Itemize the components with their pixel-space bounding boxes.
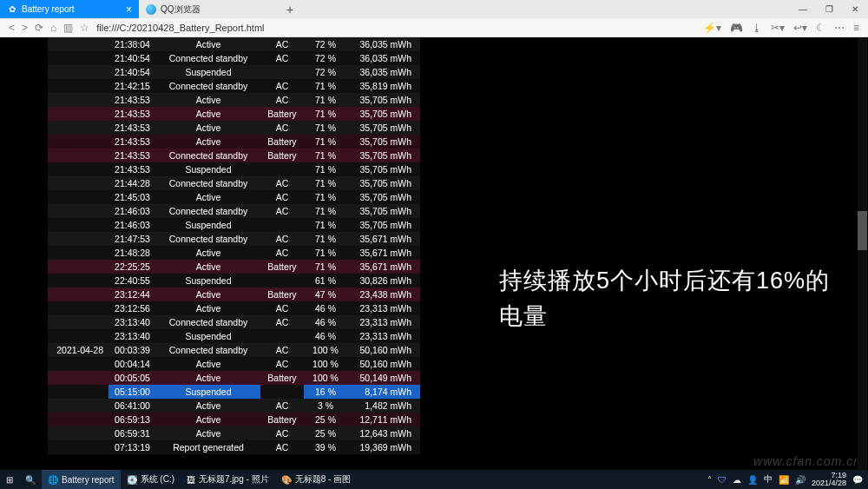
page-content: 21:38:04ActiveAC72 %36,035 mWh21:40:54Co…	[0, 37, 868, 470]
cell-state: Active	[156, 107, 260, 121]
cell-time: 23:12:44	[108, 287, 156, 301]
browser-tabstrip: ✿ Battery report × QQ浏览器 + — ❐ ✕	[0, 0, 868, 18]
wifi-icon[interactable]: 📶	[779, 475, 789, 485]
taskbar-app[interactable]: 💽系统 (C:)	[121, 470, 181, 489]
ime-icon[interactable]: 中	[764, 473, 773, 486]
maximize-button[interactable]: ❐	[816, 0, 842, 18]
table-row: 21:40:54Suspended72 %36,035 mWh	[48, 65, 420, 79]
notifications-icon[interactable]: 💬	[852, 475, 863, 485]
cloud-icon[interactable]: ☁	[733, 475, 741, 485]
table-row: 23:13:40Suspended46 %23,313 mWh	[48, 329, 420, 343]
close-window-button[interactable]: ✕	[842, 0, 868, 18]
minimize-button[interactable]: —	[790, 0, 816, 18]
cell-percent: 61 %	[304, 274, 347, 287]
table-row: 21:44:28Connected standbyAC71 %35,705 mW…	[48, 176, 420, 190]
more-icon[interactable]: ⋯	[834, 22, 845, 34]
cell-state: Active	[156, 260, 260, 274]
cell-time: 21:45:03	[108, 190, 156, 204]
cell-state: Active	[156, 121, 260, 135]
taskbar-app[interactable]: 🌐Battery report	[42, 470, 121, 489]
volume-icon[interactable]: 🔊	[795, 475, 806, 485]
tab-qq-browser[interactable]: QQ浏览器	[139, 0, 278, 18]
taskbar-clock[interactable]: 7:19 2021/4/28	[812, 472, 846, 487]
table-row: 23:12:56ActiveAC46 %23,313 mWh	[48, 301, 420, 315]
cell-source: Battery	[260, 287, 304, 301]
undo-icon[interactable]: ↩▾	[793, 22, 807, 34]
table-row: 21:46:03Suspended71 %35,705 mWh	[48, 218, 420, 232]
url-input[interactable]	[96, 23, 696, 33]
cell-time: 21:43:53	[108, 149, 156, 162]
cell-percent: 72 %	[304, 65, 347, 79]
taskbar-app[interactable]: 🖼无标题7.jpg - 照片	[181, 470, 275, 489]
home-button[interactable]: ⌂	[50, 22, 56, 34]
cell-source: Battery	[260, 260, 304, 274]
cell-source: AC	[260, 51, 304, 65]
table-row: 06:59:31ActiveAC25 %12,643 mWh	[48, 426, 420, 440]
cell-state: Active	[156, 371, 260, 385]
cell-energy: 8,174 mWh	[347, 385, 420, 399]
cell-state: Suspended	[156, 274, 260, 287]
shield-icon[interactable]: 🛡	[718, 475, 727, 485]
cell-energy: 23,313 mWh	[347, 315, 420, 329]
system-tray[interactable]: ˄ 🛡 ☁ 👤 中 📶 🔊 7:19 2021/4/28 💬	[707, 472, 868, 487]
table-row: 22:25:25ActiveBattery71 %35,671 mWh	[48, 260, 420, 274]
reader-icon[interactable]: ▥	[63, 22, 73, 34]
cell-percent: 71 %	[304, 232, 347, 246]
table-row: 21:43:53Connected standbyBattery71 %35,7…	[48, 149, 420, 162]
search-button[interactable]: 🔍	[19, 470, 42, 489]
tab-battery-report[interactable]: ✿ Battery report ×	[0, 0, 139, 18]
cell-source	[260, 385, 304, 399]
cell-percent: 71 %	[304, 190, 347, 204]
cell-percent: 71 %	[304, 260, 347, 274]
cell-date	[48, 232, 108, 246]
reload-button[interactable]: ⟳	[35, 22, 43, 34]
cell-percent: 71 %	[304, 135, 347, 149]
cell-time: 23:13:40	[108, 329, 156, 343]
cell-state: Connected standby	[156, 176, 260, 190]
cell-percent: 71 %	[304, 246, 347, 260]
scrollbar-thumb[interactable]	[858, 211, 867, 250]
table-row: 00:05:05ActiveBattery100 %50,149 mWh	[48, 371, 420, 385]
cell-source: AC	[260, 301, 304, 315]
cell-date	[48, 65, 108, 79]
taskbar-app[interactable]: 🎨无标题8 - 画图	[275, 470, 357, 489]
cell-state: Connected standby	[156, 232, 260, 246]
new-tab-button[interactable]: +	[278, 0, 302, 18]
close-icon[interactable]: ×	[126, 3, 132, 16]
flash-icon[interactable]: ⚡▾	[703, 22, 721, 34]
cell-date	[48, 190, 108, 204]
gamepad-icon[interactable]: 🎮	[730, 22, 743, 34]
vertical-scrollbar[interactable]	[858, 37, 867, 470]
cell-time: 06:41:00	[108, 399, 156, 413]
cell-percent: 46 %	[304, 301, 347, 315]
cell-percent: 39 %	[304, 440, 347, 454]
moon-icon[interactable]: ☾	[816, 22, 825, 34]
cell-percent: 100 %	[304, 343, 347, 357]
cell-date	[48, 426, 108, 440]
cell-energy: 35,705 mWh	[347, 162, 420, 176]
people-icon[interactable]: 👤	[747, 475, 758, 485]
cell-date: 2021-04-28	[48, 343, 108, 357]
cell-date	[48, 287, 108, 301]
scissors-icon[interactable]: ✂▾	[771, 22, 785, 34]
cell-source: AC	[260, 176, 304, 190]
cell-source	[260, 329, 304, 343]
cell-percent: 25 %	[304, 413, 347, 426]
cell-energy: 12,711 mWh	[347, 413, 420, 426]
back-button[interactable]: <	[9, 22, 15, 34]
menu-icon[interactable]: ≡	[853, 22, 859, 34]
cell-date	[48, 218, 108, 232]
cell-date	[48, 51, 108, 65]
table-row: 21:45:03ActiveAC71 %35,705 mWh	[48, 190, 420, 204]
table-row: 05:15:00Suspended16 %8,174 mWh	[48, 385, 420, 399]
start-button[interactable]: ⊞	[0, 470, 19, 489]
cell-percent: 71 %	[304, 107, 347, 121]
forward-button[interactable]: >	[22, 22, 28, 34]
cell-source: AC	[260, 357, 304, 371]
cell-energy: 35,671 mWh	[347, 232, 420, 246]
chevron-up-icon[interactable]: ˄	[707, 475, 712, 485]
favorite-icon[interactable]: ☆	[80, 22, 89, 34]
download-icon[interactable]: ⭳	[752, 22, 762, 34]
cell-time: 21:43:53	[108, 93, 156, 107]
cell-state: Active	[156, 301, 260, 315]
